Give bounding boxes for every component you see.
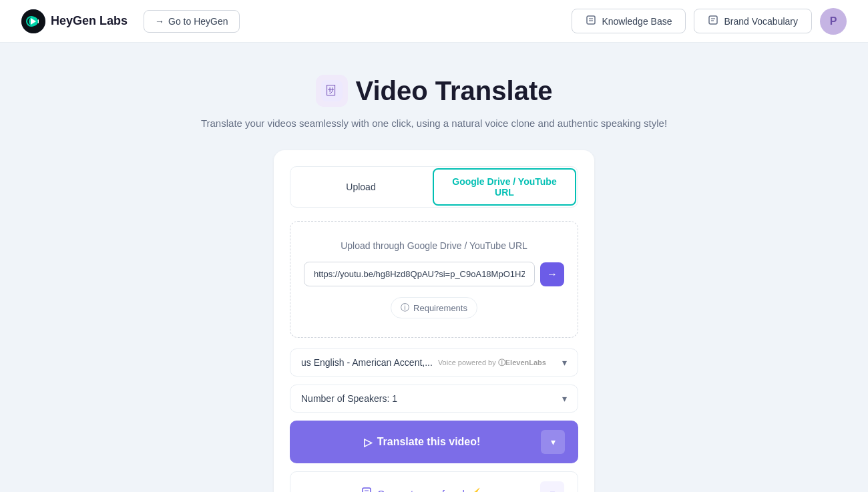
voice-dropdown[interactable]: us English - American Accent,... Voice p… xyxy=(290,348,578,377)
brand-vocabulary-button[interactable]: Brand Vocabulary xyxy=(694,9,812,33)
proofread-btn-dropdown[interactable]: ▾ xyxy=(540,481,564,492)
proofread-btn-main: Generate proofread ⚡ xyxy=(304,487,540,493)
speakers-label: Number of Speakers: 1 xyxy=(301,393,397,404)
user-avatar[interactable]: P xyxy=(820,8,847,35)
brand-vocabulary-icon xyxy=(708,15,718,27)
go-to-heygen-button[interactable]: → Go to HeyGen xyxy=(144,10,240,33)
proofread-lightning-icon: ⚡ xyxy=(470,487,483,492)
svg-rect-6 xyxy=(709,16,717,24)
requirements-label: Requirements xyxy=(413,303,467,313)
page-title: Video Translate xyxy=(356,76,553,106)
translate-button[interactable]: ▷ Translate this video! ▾ xyxy=(290,421,578,463)
tab-google-drive[interactable]: Google Drive / YouTube URL xyxy=(433,168,576,206)
voice-powered-label: Voice powered by ⓘElevenLabs xyxy=(438,358,546,368)
header-left: HeyGen Labs → Go to HeyGen xyxy=(21,9,240,33)
svg-text:🈂: 🈂 xyxy=(325,84,337,97)
logo-text: HeyGen Labs xyxy=(51,14,128,28)
arrow-right-icon: → xyxy=(547,268,558,280)
speakers-dropdown[interactable]: Number of Speakers: 1 ▾ xyxy=(290,385,578,413)
svg-rect-3 xyxy=(587,16,595,24)
translate-btn-dropdown[interactable]: ▾ xyxy=(541,430,565,454)
translate-btn-label: Translate this video! xyxy=(377,436,481,448)
knowledge-base-button[interactable]: Knowledge Base xyxy=(572,9,686,33)
proofread-btn-label: Generate proofread xyxy=(377,488,465,493)
voice-dropdown-left: us English - American Accent,... Voice p… xyxy=(301,357,546,368)
knowledge-base-icon xyxy=(586,15,596,27)
url-submit-button[interactable]: → xyxy=(540,262,564,286)
header-right: Knowledge Base Brand Vocabulary P xyxy=(572,8,847,35)
svg-marker-2 xyxy=(35,19,39,23)
translate-play-icon: ▷ xyxy=(364,436,372,449)
chevron-down-icon: ▾ xyxy=(551,437,556,447)
chevron-down-icon: ▾ xyxy=(550,488,555,492)
tab-bar: Upload Google Drive / YouTube URL xyxy=(290,166,578,208)
svg-point-1 xyxy=(27,17,36,26)
chevron-down-icon: ▾ xyxy=(562,393,567,404)
main-card: Upload Google Drive / YouTube URL Upload… xyxy=(274,150,594,492)
upload-area: Upload through Google Drive / YouTube UR… xyxy=(290,221,578,338)
svg-point-0 xyxy=(21,9,45,33)
chevron-down-icon: ▾ xyxy=(562,357,567,368)
knowledge-base-label: Knowledge Base xyxy=(602,16,672,27)
page-subtitle: Translate your videos seamlessly with on… xyxy=(201,117,667,129)
svg-rect-11 xyxy=(363,488,371,493)
url-input[interactable] xyxy=(304,262,535,286)
logo-icon xyxy=(21,9,45,33)
go-to-heygen-label: Go to HeyGen xyxy=(168,16,228,27)
requirements-button[interactable]: ⓘ Requirements xyxy=(391,297,477,318)
header: HeyGen Labs → Go to HeyGen Knowledge Bas… xyxy=(0,0,868,43)
translate-btn-main: ▷ Translate this video! xyxy=(303,436,541,449)
page-title-container: 🈂 Video Translate xyxy=(316,75,553,107)
upload-label: Upload through Google Drive / YouTube UR… xyxy=(341,240,527,251)
info-icon: ⓘ xyxy=(401,302,409,314)
voice-value: us English - American Accent,... xyxy=(301,357,433,368)
proofread-icon xyxy=(361,487,372,493)
proofread-button[interactable]: Generate proofread ⚡ ▾ xyxy=(290,471,578,492)
translate-icon: 🈂 xyxy=(316,75,348,107)
logo: HeyGen Labs xyxy=(21,9,128,33)
url-input-row: → xyxy=(304,262,564,286)
tab-upload[interactable]: Upload xyxy=(290,167,431,207)
arrow-right-icon: → xyxy=(155,16,164,27)
brand-vocabulary-label: Brand Vocabulary xyxy=(724,16,798,27)
main-content: 🈂 Video Translate Translate your videos … xyxy=(0,43,868,492)
